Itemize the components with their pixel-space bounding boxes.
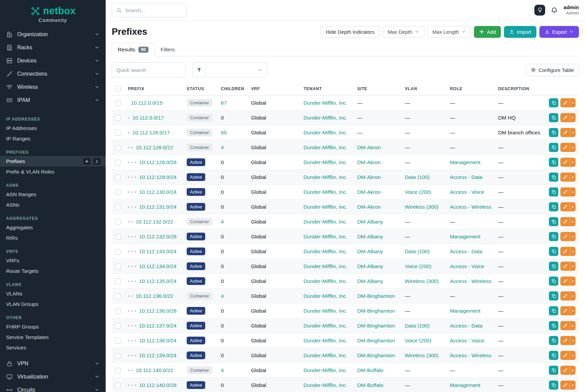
tenant-link[interactable]: Dunder-Mifflin, Inc. — [303, 159, 347, 165]
sidebar-item-vlans[interactable]: VLANs — [0, 288, 106, 299]
role-link[interactable]: Access - Voice — [450, 338, 484, 343]
role-link[interactable]: Management — [450, 234, 480, 239]
copy-button[interactable] — [549, 321, 558, 330]
vlan-link[interactable]: Wireless (300) — [405, 278, 438, 284]
edit-button[interactable] — [560, 128, 570, 137]
prefix-link[interactable]: 10.112.139.0/24 — [139, 352, 177, 358]
row-checkbox[interactable] — [115, 279, 121, 284]
sidebar-item-asns[interactable]: ASNs — [0, 200, 106, 210]
edit-button[interactable] — [560, 113, 570, 122]
copy-button[interactable] — [549, 306, 558, 315]
edit-dropdown-caret[interactable] — [570, 158, 576, 167]
tenant-link[interactable]: Dunder-Mifflin, Inc. — [303, 382, 347, 388]
site-link[interactable]: DM-Akron — [357, 204, 381, 210]
edit-dropdown-caret[interactable] — [570, 217, 576, 226]
prefix-link[interactable]: 10.112.130.0/24 — [139, 189, 177, 195]
edit-dropdown-caret[interactable] — [570, 381, 576, 390]
bell-icon[interactable] — [551, 6, 558, 14]
edit-dropdown-caret[interactable] — [570, 98, 576, 107]
tenant-link[interactable]: Dunder-Mifflin, Inc. — [303, 189, 347, 195]
role-link[interactable]: Access - Data — [450, 174, 482, 180]
tenant-link[interactable]: Dunder-Mifflin, Inc. — [303, 263, 347, 269]
sidebar-item-virtualization[interactable]: Virtualization — [0, 370, 106, 383]
vlan-link[interactable]: Data (100) — [405, 174, 429, 180]
edit-button[interactable] — [560, 291, 570, 300]
column-header-vrf[interactable]: VRF — [248, 82, 300, 96]
site-link[interactable]: DM-Albany — [357, 234, 383, 239]
edit-button[interactable] — [560, 187, 570, 197]
site-link[interactable]: DM-Binghamton — [357, 308, 395, 314]
column-header-description[interactable]: DESCRIPTION — [495, 82, 544, 96]
copy-button[interactable] — [549, 128, 558, 137]
tab-results[interactable]: Results 90 — [112, 43, 155, 56]
tenant-link[interactable]: Dunder-Mifflin, Inc. — [303, 174, 347, 180]
prefix-link[interactable]: 10.112.137.0/24 — [139, 323, 177, 329]
column-header-site[interactable]: SITE — [354, 82, 401, 96]
role-link[interactable]: Access - Voice — [450, 263, 484, 269]
copy-button[interactable] — [549, 232, 558, 241]
prefix-link[interactable]: 10.112.140.0/28 — [139, 382, 177, 388]
column-header-tenant[interactable]: TENANT — [300, 82, 354, 96]
copy-button[interactable] — [549, 113, 558, 122]
edit-dropdown-caret[interactable] — [570, 262, 576, 271]
row-checkbox[interactable] — [115, 115, 121, 121]
edit-button[interactable] — [560, 306, 570, 315]
edit-dropdown-caret[interactable] — [570, 247, 576, 256]
edit-button[interactable] — [560, 143, 570, 152]
edit-button[interactable] — [560, 217, 570, 226]
prefix-link[interactable]: 10.112.135.0/24 — [139, 278, 177, 284]
copy-button[interactable] — [549, 277, 558, 286]
sidebar-item-wireless[interactable]: Wireless — [0, 80, 106, 94]
tenant-link[interactable]: Dunder-Mifflin, Inc. — [303, 338, 347, 343]
edit-button[interactable] — [560, 232, 570, 241]
edit-dropdown-caret[interactable] — [570, 306, 576, 315]
site-link[interactable]: DM-Binghamton — [357, 293, 395, 299]
row-checkbox[interactable] — [115, 160, 121, 165]
role-link[interactable]: Access - Wireless — [450, 278, 491, 284]
copy-button[interactable] — [549, 98, 558, 107]
site-link[interactable]: DM-Akron — [357, 145, 381, 150]
site-link[interactable]: DM-Buffalo — [357, 367, 383, 373]
prefix-link[interactable]: 10.112.132.0/28 — [139, 234, 177, 239]
row-checkbox[interactable] — [115, 145, 121, 151]
edit-button[interactable] — [560, 98, 570, 107]
vlan-link[interactable]: Voice (200) — [405, 338, 431, 343]
row-checkbox[interactable] — [115, 264, 121, 269]
edit-dropdown-caret[interactable] — [570, 321, 576, 330]
column-header-children[interactable]: CHILDREN — [217, 82, 247, 96]
edit-button[interactable] — [560, 247, 570, 256]
vlan-link[interactable]: Data (100) — [405, 323, 429, 329]
export-button[interactable]: Export — [539, 26, 579, 38]
sidebar-item-devices[interactable]: Devices — [0, 54, 106, 67]
sidebar-item-aggregates[interactable]: Aggregates — [0, 222, 106, 233]
role-link[interactable]: Access - Voice — [450, 189, 484, 195]
edit-dropdown-caret[interactable] — [570, 277, 576, 286]
sidebar-item-circuits[interactable]: Circuits — [0, 383, 106, 392]
row-checkbox[interactable] — [115, 175, 121, 180]
site-link[interactable]: DM-Albany — [357, 263, 383, 269]
role-link[interactable]: Access - Wireless — [450, 352, 491, 358]
row-checkbox[interactable] — [115, 293, 121, 299]
role-link[interactable]: Access - Data — [450, 249, 482, 254]
prefix-link[interactable]: 10.112.128.0/17 — [132, 130, 170, 135]
import-button[interactable]: Import — [504, 26, 536, 38]
add-prefix-button[interactable] — [83, 158, 91, 165]
tenant-link[interactable]: Dunder-Mifflin, Inc. — [303, 145, 347, 150]
site-link[interactable]: DM-Albany — [357, 278, 383, 284]
sidebar-item-racks[interactable]: Racks — [0, 41, 106, 54]
tab-filters[interactable]: Filters — [155, 43, 181, 56]
site-link[interactable]: DM-Buffalo — [357, 382, 383, 388]
edit-dropdown-caret[interactable] — [570, 173, 576, 182]
prefix-link[interactable]: 10.112.140.0/22 — [136, 367, 173, 373]
column-header-vlan[interactable]: VLAN — [401, 82, 447, 96]
tenant-link[interactable]: Dunder-Mifflin, Inc. — [303, 130, 347, 135]
children-link[interactable]: 4 — [221, 293, 224, 299]
column-header-role[interactable]: ROLE — [447, 82, 495, 96]
prefix-link[interactable]: 10.112.132.0/22 — [136, 219, 173, 225]
site-link[interactable]: DM-Albany — [357, 249, 383, 254]
copy-button[interactable] — [549, 202, 558, 211]
copy-button[interactable] — [549, 217, 558, 226]
copy-button[interactable] — [549, 173, 558, 182]
tenant-link[interactable]: Dunder-Mifflin, Inc. — [303, 293, 347, 299]
edit-button[interactable] — [560, 173, 570, 182]
